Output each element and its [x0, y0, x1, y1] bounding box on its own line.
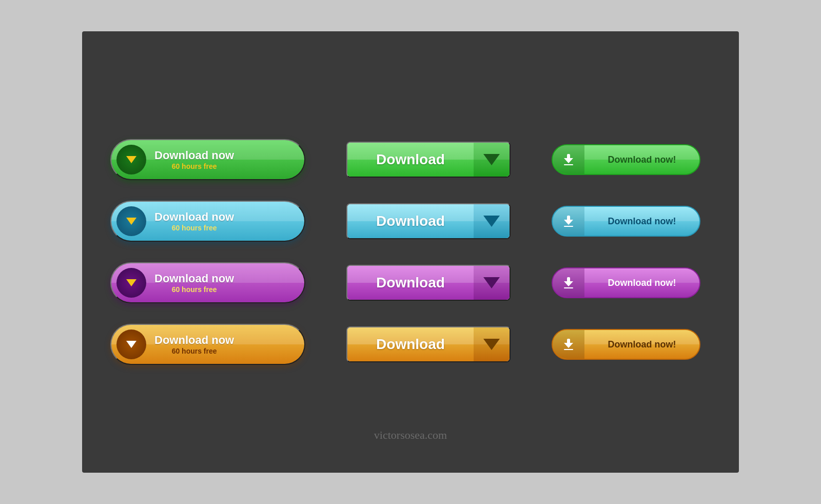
btn-sub-text: 60 hours free — [154, 224, 234, 232]
arrow-head — [564, 158, 573, 163]
pill-label-text: Download now! — [608, 339, 676, 350]
pill-label-text: Download now! — [608, 154, 676, 165]
arrow-stem — [567, 216, 570, 220]
pill-icon-box — [553, 145, 584, 174]
pill-label-text: Download now! — [608, 278, 676, 288]
arrow-head — [564, 281, 573, 286]
btn-sub-text: 60 hours free — [154, 285, 234, 294]
pill-label: Download now! — [584, 330, 699, 359]
circle-icon-purple — [116, 268, 146, 298]
circle-icon-orange — [116, 329, 146, 359]
arrow-base — [564, 164, 573, 165]
btn-medium-orange[interactable]: Download — [346, 326, 511, 362]
button-grid: Download now 60 hours free Download Do — [110, 139, 711, 365]
pill-icon-box — [553, 268, 584, 297]
triangle-icon — [483, 216, 500, 227]
btn-large-orange[interactable]: Download now 60 hours free — [110, 324, 305, 365]
btn-medium-arrow — [474, 204, 510, 238]
canvas: Download now 60 hours free Download Do — [82, 31, 739, 473]
btn-large-blue[interactable]: Download now 60 hours free — [110, 201, 305, 242]
btn-main-text: Download now — [154, 149, 234, 162]
download-arrow-icon — [563, 339, 574, 350]
btn-medium-green[interactable]: Download — [346, 142, 511, 178]
btn-medium-label: Download — [376, 151, 445, 168]
btn-sub-text: 60 hours free — [154, 162, 234, 170]
btn-main-text: Download now — [154, 210, 234, 224]
btn-medium-label: Download — [376, 336, 445, 353]
arrow-down-icon — [126, 279, 136, 286]
btn-pill-green[interactable]: Download now! — [552, 144, 700, 175]
triangle-icon — [483, 277, 500, 288]
text-group: Download now 60 hours free — [154, 149, 234, 170]
btn-large-green[interactable]: Download now 60 hours free — [110, 139, 305, 180]
btn-pill-purple[interactable]: Download now! — [552, 267, 700, 298]
btn-medium-arrow — [474, 327, 510, 361]
btn-medium-arrow — [474, 143, 510, 177]
triangle-icon — [483, 154, 500, 165]
btn-pill-blue[interactable]: Download now! — [552, 206, 700, 237]
arrow-base — [564, 287, 573, 288]
circle-icon-green — [116, 145, 146, 175]
pill-icon-box — [553, 207, 584, 236]
pill-label-text: Download now! — [608, 216, 676, 227]
arrow-stem — [567, 277, 570, 281]
arrow-stem — [567, 154, 570, 158]
btn-main-text: Download now — [154, 334, 234, 347]
triangle-icon — [483, 339, 500, 350]
download-arrow-icon — [563, 216, 574, 227]
download-arrow-icon — [563, 154, 574, 165]
text-group: Download now 60 hours free — [154, 272, 234, 294]
download-arrow-icon — [563, 277, 574, 288]
arrow-down-icon — [126, 218, 136, 225]
btn-medium-main: Download — [347, 327, 474, 361]
circle-icon-blue — [116, 206, 146, 236]
arrow-head — [564, 220, 573, 225]
pill-label: Download now! — [584, 145, 699, 174]
btn-medium-blue[interactable]: Download — [346, 203, 511, 239]
btn-medium-main: Download — [347, 143, 474, 177]
btn-large-purple[interactable]: Download now 60 hours free — [110, 262, 305, 303]
btn-pill-orange[interactable]: Download now! — [552, 329, 700, 360]
btn-medium-main: Download — [347, 266, 474, 300]
btn-medium-purple[interactable]: Download — [346, 265, 511, 301]
arrow-base — [564, 226, 573, 227]
arrow-head — [564, 343, 573, 348]
btn-medium-label: Download — [376, 275, 445, 291]
pill-icon-box — [553, 330, 584, 359]
pill-label: Download now! — [584, 207, 699, 236]
btn-main-text: Download now — [154, 272, 234, 285]
btn-sub-text: 60 hours free — [154, 347, 234, 355]
arrow-down-icon — [126, 156, 136, 163]
btn-medium-arrow — [474, 266, 510, 300]
text-group: Download now 60 hours free — [154, 334, 234, 355]
btn-medium-main: Download — [347, 204, 474, 238]
arrow-down-icon — [126, 341, 136, 348]
watermark: victorsosea.com — [374, 429, 447, 442]
btn-medium-label: Download — [376, 213, 445, 229]
arrow-base — [564, 349, 573, 350]
pill-label: Download now! — [584, 268, 699, 297]
text-group: Download now 60 hours free — [154, 210, 234, 232]
arrow-stem — [567, 339, 570, 343]
